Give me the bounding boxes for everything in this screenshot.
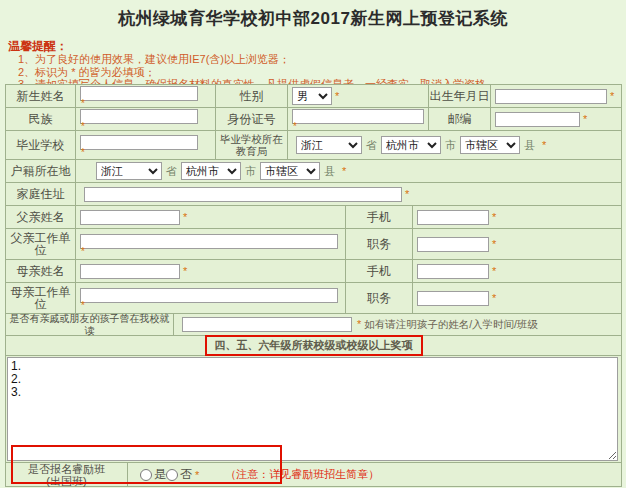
home-address-label: 家庭住址 [6, 183, 76, 205]
reminder-item-1: 1、为了良好的使用效果，建议使用IE7(含)以上浏览器； [18, 54, 626, 66]
awards-header-text: 四、五、六年级所获校级或校级以上奖项 [215, 339, 413, 351]
required-star: * [342, 167, 346, 175]
school-bureau-cell: 浙江 省 杭州市 市 市辖区 县 * [288, 131, 621, 159]
required-star: * [81, 303, 85, 309]
father-position-cell: * [413, 229, 621, 259]
household-location-label: 户籍所在地 [6, 160, 76, 182]
page-title: 杭州绿城育华学校初中部2017新生网上预登记系统 [0, 0, 626, 30]
gender-cell: 男 * [288, 85, 429, 107]
row-ethnicity: 民族 * 身份证号 * 邮编 * [6, 108, 621, 131]
row-mother-name: 母亲姓名 * 手机 * [6, 260, 621, 283]
father-position-input[interactable] [417, 237, 489, 252]
student-name-input[interactable] [80, 86, 198, 101]
graduate-school-input[interactable] [80, 135, 198, 150]
father-position-label: 职务 [346, 229, 413, 259]
required-star: * [293, 124, 297, 130]
ruili-yes-radio[interactable] [140, 469, 152, 481]
mother-name-input[interactable] [80, 264, 180, 279]
bureau-province-select[interactable]: 浙江 [296, 136, 362, 154]
gender-label: 性别 [216, 85, 288, 107]
row-awards-textarea: 1. 2. 3. [6, 356, 621, 463]
row-household-location: 户籍所在地 浙江 省 杭州市 市 市辖区 县 * [6, 160, 621, 183]
row-father-workunit: 父亲工作单位 * 职务 * [6, 229, 621, 260]
required-star: * [610, 92, 614, 100]
father-workunit-cell: * [76, 229, 346, 259]
postal-code-label: 邮编 [429, 108, 491, 130]
required-star: * [81, 101, 85, 107]
household-district-select[interactable]: 市辖区 [260, 162, 320, 180]
reminder-title: 温馨提醒： [8, 40, 626, 53]
father-workunit-input[interactable] [80, 234, 338, 249]
student-name-label: 新生姓名 [6, 85, 76, 107]
required-star: * [542, 141, 546, 149]
mother-position-label: 职务 [346, 283, 413, 313]
father-name-input[interactable] [80, 210, 180, 225]
required-star: * [195, 471, 199, 479]
ruili-no-label: 否 [180, 466, 192, 483]
id-number-cell: * [288, 108, 429, 130]
mother-mobile-cell: * [413, 260, 621, 282]
city-suffix: 市 [445, 138, 456, 153]
required-star: * [81, 150, 85, 156]
mother-name-cell: * [76, 260, 346, 282]
row-student-name: 新生姓名 * 性别 男 * 出生年月日 * [6, 85, 621, 108]
father-mobile-cell: * [413, 206, 621, 228]
registration-page: 杭州绿城育华学校初中部2017新生网上预登记系统 温馨提醒： 1、为了良好的使用… [0, 0, 626, 488]
row-awards-header: 四、五、六年级所获校级或校级以上奖项 [6, 336, 621, 356]
household-city-select[interactable]: 杭州市 [181, 162, 241, 180]
id-number-input[interactable] [292, 109, 424, 124]
required-star: * [492, 294, 496, 302]
graduate-school-label: 毕业学校 [6, 131, 76, 159]
district-suffix: 县 [524, 138, 535, 153]
required-star: * [357, 318, 361, 330]
required-star: * [183, 213, 187, 221]
required-star: * [492, 267, 496, 275]
acquaintance-input[interactable] [182, 317, 352, 332]
required-star: * [81, 249, 85, 255]
mother-workunit-input[interactable] [80, 288, 338, 303]
home-address-input[interactable] [84, 187, 402, 202]
birth-date-input[interactable] [495, 89, 607, 104]
mother-workunit-cell: * [76, 283, 346, 313]
province-suffix: 省 [166, 164, 177, 179]
ruili-class-label: 是否报名睿励班 (出国班) [6, 463, 128, 486]
ethnicity-label: 民族 [6, 108, 76, 130]
postal-code-cell: * [491, 108, 621, 130]
row-acquaintance: 是否有亲戚或朋友的孩子曾在我校就读 * 如有请注明孩子的姓名/入学时间/班级 [6, 314, 621, 336]
mother-mobile-input[interactable] [417, 264, 489, 279]
father-mobile-input[interactable] [417, 210, 489, 225]
ethnicity-input[interactable] [80, 109, 198, 124]
bureau-city-select[interactable]: 杭州市 [381, 136, 441, 154]
school-bureau-label: 毕业学校所在教育局 [216, 131, 288, 159]
mother-name-label: 母亲姓名 [6, 260, 76, 282]
birth-date-cell: * [491, 85, 621, 107]
student-name-cell: * [76, 85, 216, 107]
household-location-cell: 浙江 省 杭州市 市 市辖区 县 * [76, 160, 621, 182]
required-star: * [81, 124, 85, 130]
mother-position-input[interactable] [417, 291, 489, 306]
father-mobile-label: 手机 [346, 206, 413, 228]
ruili-no-radio[interactable] [166, 469, 178, 481]
gender-select[interactable]: 男 [292, 87, 332, 105]
ruili-class-label-line1: 是否报名睿励班 [28, 463, 105, 475]
province-suffix: 省 [366, 138, 377, 153]
bureau-district-select[interactable]: 市辖区 [460, 136, 520, 154]
acquaintance-label: 是否有亲戚或朋友的孩子曾在我校就读 [6, 314, 174, 335]
required-star: * [405, 190, 409, 198]
awards-textarea[interactable]: 1. 2. 3. [7, 357, 618, 461]
father-workunit-label: 父亲工作单位 [6, 229, 76, 259]
awards-header-redbox: 四、五、六年级所获校级或校级以上奖项 [205, 335, 423, 356]
acquaintance-note: * 如有请注明孩子的姓名/入学时间/班级 [357, 318, 538, 332]
ethnicity-cell: * [76, 108, 216, 130]
id-number-label: 身份证号 [216, 108, 288, 130]
required-star: * [183, 267, 187, 275]
household-province-select[interactable]: 浙江 [96, 162, 162, 180]
registration-form-table: 新生姓名 * 性别 男 * 出生年月日 * 民族 * 身份证号 [5, 84, 622, 487]
father-name-label: 父亲姓名 [6, 206, 76, 228]
birth-date-label: 出生年月日 [429, 85, 491, 107]
postal-code-input[interactable] [495, 112, 580, 127]
district-suffix: 县 [324, 164, 335, 179]
required-star: * [335, 92, 339, 100]
ruili-class-cell: 是 否 * （注意：详见睿励班招生简章） [128, 463, 621, 486]
required-star: * [492, 213, 496, 221]
